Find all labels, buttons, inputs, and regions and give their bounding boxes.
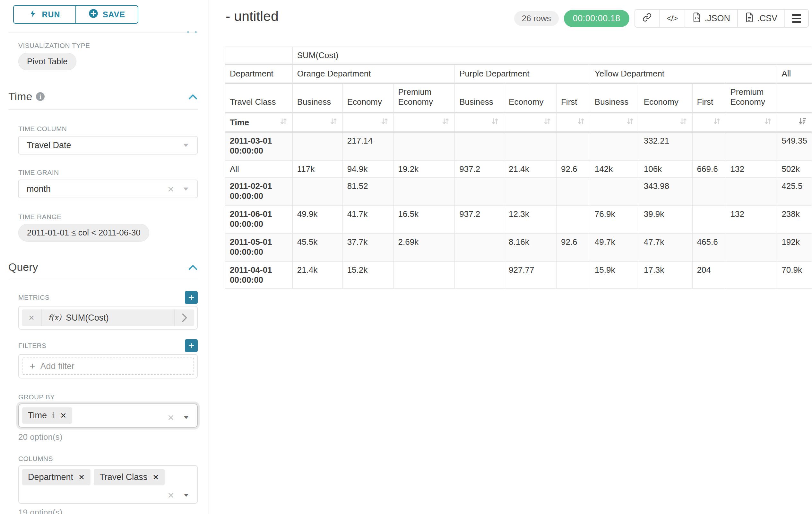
visualization-type-pill[interactable]: Pivot Table <box>18 53 77 70</box>
time-range-pill[interactable]: 2011-01-01 ≤ col < 2011-06-30 <box>18 224 149 242</box>
pivot-cell <box>726 234 777 262</box>
pivot-sort-cell[interactable] <box>504 113 556 133</box>
pivot-sort-cell[interactable] <box>394 113 455 133</box>
save-button[interactable]: SAVE <box>76 6 138 23</box>
export-csv-button[interactable]: .CSV <box>737 10 784 27</box>
pivot-time-sort-header[interactable]: Time <box>225 113 293 133</box>
sort-icon[interactable] <box>329 117 338 128</box>
pivot-colgroup-header: All <box>777 65 812 84</box>
run-button[interactable]: RUN <box>14 6 76 23</box>
chevron-up-icon[interactable] <box>188 261 198 273</box>
menu-button[interactable] <box>784 10 808 27</box>
time-column-select[interactable]: Travel Date ▼ <box>18 136 198 155</box>
sort-icon[interactable] <box>441 117 450 128</box>
query-section-title: Query <box>8 261 38 273</box>
add-filter-dropzone[interactable]: + Add filter <box>22 357 194 375</box>
panel-resize-handle[interactable] <box>187 31 197 33</box>
pivot-cell <box>726 133 777 161</box>
pivot-corner-blank <box>225 47 293 65</box>
pivot-cell: 12.3k <box>504 206 556 234</box>
add-filter-button[interactable]: + <box>185 339 198 352</box>
chevron-up-icon[interactable] <box>188 90 198 103</box>
sort-icon[interactable] <box>279 117 288 128</box>
sort-icon[interactable] <box>491 117 499 128</box>
remove-tag-icon[interactable]: ✕ <box>78 473 85 482</box>
time-grain-select[interactable]: month × ▼ <box>18 180 198 198</box>
link-icon <box>642 12 652 24</box>
pivot-col-header: Business <box>590 84 639 113</box>
export-json-button[interactable]: .JSON <box>685 10 737 27</box>
pivot-col-header: Economy <box>504 84 556 113</box>
pivot-cell: 192k <box>777 234 812 262</box>
pivot-cell: 132 <box>726 161 777 178</box>
add-filter-placeholder: Add filter <box>40 361 75 371</box>
save-button-label: SAVE <box>103 10 125 19</box>
time-column-label: TIME COLUMN <box>18 125 198 133</box>
copy-link-button[interactable] <box>635 10 659 27</box>
json-file-icon <box>692 12 701 25</box>
pivot-sort-cell[interactable] <box>726 113 777 133</box>
pivot-sort-cell[interactable] <box>693 113 726 133</box>
sort-icon[interactable] <box>626 117 635 128</box>
pivot-sort-cell[interactable] <box>590 113 639 133</box>
group-by-tag-time[interactable]: Time i ✕ <box>22 407 72 424</box>
pivot-cell: 332.21 <box>639 133 693 161</box>
pivot-row: 2011-06-01 00:00:0049.9k41.7k16.5k937.21… <box>225 206 812 234</box>
clear-x-icon[interactable]: × <box>168 412 174 423</box>
pivot-sort-cell[interactable] <box>639 113 693 133</box>
sort-desc-icon[interactable] <box>798 117 807 128</box>
sort-icon[interactable] <box>380 117 389 128</box>
chart-title: - untitled <box>226 8 279 24</box>
pivot-sort-cell[interactable] <box>293 113 343 133</box>
pivot-cell: 49.9k <box>293 206 343 234</box>
info-i-icon: i <box>52 411 55 420</box>
metrics-box: × f(x) SUM(Cost) <box>18 306 198 330</box>
sort-icon[interactable] <box>679 117 688 128</box>
pivot-col-header: First <box>693 84 726 113</box>
pivot-cell: 41.7k <box>343 206 394 234</box>
metric-chip[interactable]: × f(x) SUM(Cost) <box>22 309 194 326</box>
group-by-tag-label: Time <box>28 410 47 421</box>
caret-down-icon[interactable]: ▼ <box>182 414 190 420</box>
expand-metric-icon[interactable] <box>174 309 194 326</box>
pivot-cell <box>726 178 777 206</box>
clear-x-icon[interactable]: × <box>168 490 174 501</box>
pivot-cell: 937.2 <box>455 206 504 234</box>
columns-select[interactable]: Department ✕ Travel Class ✕ × ▼ <box>18 465 198 504</box>
pivot-col-header: Economy <box>639 84 693 113</box>
pivot-cell <box>455 234 504 262</box>
remove-tag-icon[interactable]: ✕ <box>152 473 159 482</box>
columns-tag-department[interactable]: Department ✕ <box>22 469 90 485</box>
filters-box: + Add filter <box>18 354 198 378</box>
clear-x-icon[interactable]: × <box>168 184 174 194</box>
embed-code-button[interactable]: </> <box>659 10 685 27</box>
pivot-cell: 16.5k <box>394 206 455 234</box>
remove-tag-icon[interactable]: ✕ <box>60 411 66 420</box>
pivot-sort-cell[interactable] <box>777 113 812 133</box>
caret-down-icon[interactable]: ▼ <box>182 492 190 497</box>
run-save-button-group: RUN SAVE <box>13 5 138 24</box>
pivot-sort-cell[interactable] <box>556 113 590 133</box>
control-panel: Chart Type RUN SAVE VISUALIZATION TYPE P… <box>0 0 209 514</box>
section-divider <box>8 280 198 280</box>
columns-tag-travel-class[interactable]: Travel Class ✕ <box>94 469 165 485</box>
pivot-cell: 15.2k <box>343 262 394 289</box>
visualization-type-label: VISUALIZATION TYPE <box>18 42 198 50</box>
pivot-row-label: 2011-03-01 00:00:00 <box>225 133 293 161</box>
pivot-cell: 106k <box>639 161 693 178</box>
sort-icon[interactable] <box>543 117 552 128</box>
group-by-select[interactable]: Time i ✕ × ▼ <box>18 404 198 428</box>
pivot-sort-cell[interactable] <box>343 113 394 133</box>
pivot-sort-cell[interactable] <box>455 113 504 133</box>
sort-icon[interactable] <box>713 117 721 128</box>
sort-icon[interactable] <box>763 117 772 128</box>
sort-icon[interactable] <box>577 117 585 128</box>
remove-metric-icon[interactable]: × <box>22 309 42 326</box>
add-metric-button[interactable]: + <box>185 291 198 304</box>
metrics-label: METRICS <box>18 294 50 301</box>
pivot-cell: 15.9k <box>590 262 639 289</box>
pivot-col-header: Premium Economy <box>726 84 777 113</box>
pivot-metric-header: SUM(Cost) <box>293 47 812 65</box>
pivot-cell <box>556 206 590 234</box>
query-timer-badge: 00:00:00.18 <box>564 10 629 27</box>
